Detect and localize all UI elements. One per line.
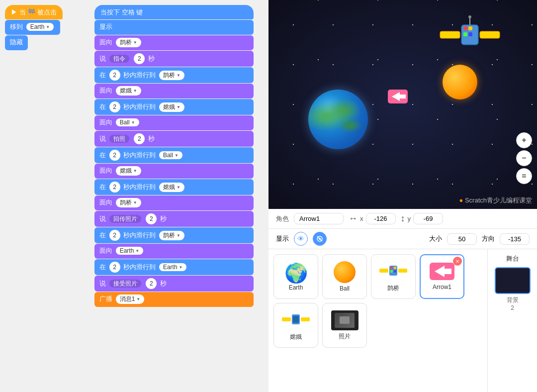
- key-dropdown[interactable]: 空格: [122, 8, 135, 16]
- earth-dropdown2[interactable]: Earth: [116, 247, 144, 255]
- show-label: 显示: [276, 234, 289, 243]
- face-ball-block[interactable]: 面向 Ball: [94, 115, 254, 130]
- glide-change-block1[interactable]: 在 2 秒内滑行到 嫦娥: [94, 99, 254, 115]
- glide-target6[interactable]: Earth: [159, 263, 187, 271]
- glide-suffix2: 秒内滑行到: [123, 103, 156, 110]
- face-change-block2[interactable]: 面向 嫦娥: [94, 164, 254, 179]
- glide-qiaoqiao-block2[interactable]: 在 2 秒内滑行到 鹊桥: [94, 227, 254, 243]
- arrow1-sprite-icon: [430, 263, 454, 282]
- hat-label: 当 🏁 被点击: [19, 8, 57, 16]
- move-to-block[interactable]: 移到 Earth: [5, 20, 60, 35]
- say-num4: 2: [146, 278, 157, 289]
- say-num3: 2: [146, 213, 157, 224]
- glide-target4[interactable]: 嫦娥: [159, 183, 184, 192]
- sprite-card-ball[interactable]: Ball: [322, 254, 367, 299]
- svg-rect-24: [301, 317, 310, 321]
- qiaoqiao-dropdown2[interactable]: 鹊桥: [116, 198, 141, 207]
- ball-dropdown1[interactable]: Ball: [116, 118, 139, 126]
- zoom-in-btn[interactable]: +: [516, 132, 532, 148]
- say-command-block[interactable]: 说 指令 2 秒: [94, 51, 254, 67]
- glide-target5[interactable]: 鹊桥: [159, 231, 184, 240]
- glide-num5: 2: [109, 230, 120, 241]
- zoom-reset-btn[interactable]: =: [516, 168, 532, 184]
- sprite-list-area: 🌍 Earth Ball: [268, 249, 537, 392]
- y-label: y: [408, 215, 411, 222]
- svg-rect-23: [282, 317, 291, 321]
- svg-rect-19: [390, 270, 393, 273]
- glide-ball-block[interactable]: 在 2 秒内滑行到 Ball: [94, 147, 254, 163]
- x-label: x: [360, 215, 363, 222]
- svg-rect-15: [398, 269, 407, 273]
- size-input[interactable]: [447, 233, 477, 245]
- ball-sprite-stage: [443, 65, 477, 99]
- say-str3: 回传照片: [109, 215, 141, 223]
- col2-blocks: 当按下 空格 键 显示 面向 鹊桥 说 指令 2 秒 在: [90, 5, 254, 307]
- x-input[interactable]: [366, 213, 396, 224]
- zoom-out-btn[interactable]: −: [516, 150, 532, 166]
- say-receivephoto-block[interactable]: 说 接受照片 2 秒: [94, 276, 254, 292]
- in-label3: 在: [99, 151, 106, 159]
- glide-earth-block[interactable]: 在 2 秒内滑行到 Earth: [94, 259, 254, 275]
- green-flag-hat[interactable]: ▶ 当 🏁 被点击: [5, 5, 63, 19]
- say-unit1: 秒: [148, 55, 155, 62]
- change-dropdown2[interactable]: 嫦娥: [116, 166, 141, 176]
- sprite-card-change[interactable]: 嫦娥: [273, 303, 318, 348]
- say-sendphoto-block[interactable]: 说 回传照片 2 秒: [94, 211, 254, 227]
- say-photo-block[interactable]: 说 拍照 2 秒: [94, 131, 254, 147]
- svg-point-8: [468, 15, 471, 18]
- arrow1-sprite-stage: [388, 90, 408, 105]
- face-label2: 面向: [99, 87, 112, 94]
- y-input[interactable]: [413, 213, 443, 224]
- glide-suffix6: 秒内滑行到: [123, 263, 156, 271]
- face-earth-block[interactable]: 面向 Earth: [94, 244, 254, 259]
- face-change-block1[interactable]: 面向 嫦娥: [94, 84, 254, 98]
- glide-change-block2[interactable]: 在 2 秒内滑行到 嫦娥: [94, 179, 254, 195]
- direction-label: 方向: [482, 234, 495, 243]
- y-coord-group: ↕ y: [401, 213, 444, 224]
- broadcast-block[interactable]: 广播 消息1: [94, 292, 254, 307]
- arrow1-close-btn[interactable]: ✕: [453, 257, 462, 266]
- face-qiaoqiao-block2[interactable]: 面向 鹊桥: [94, 196, 254, 210]
- svg-rect-0: [440, 31, 460, 38]
- change-sprite-name: 嫦娥: [290, 333, 302, 341]
- move-label: 移到: [10, 23, 23, 30]
- face-qiaoqiao-block[interactable]: 面向 鹊桥: [94, 35, 254, 50]
- key-suffix: 键: [136, 8, 143, 16]
- ball-sprite-name: Ball: [340, 285, 350, 292]
- qiaoqiao-sprite-name: 鹊桥: [387, 284, 399, 293]
- sprite-name-input[interactable]: [294, 213, 344, 224]
- photo-sprite-name: 照片: [339, 332, 351, 341]
- svg-rect-26: [293, 316, 299, 323]
- sprite-card-arrow1[interactable]: ✕ Arrow1: [420, 254, 464, 299]
- face-label5: 面向: [99, 198, 112, 206]
- change-dropdown1[interactable]: 嫦娥: [116, 86, 141, 96]
- sprite-card-photo[interactable]: 照片: [322, 303, 367, 348]
- show-block[interactable]: 显示: [94, 20, 254, 35]
- say-num1: 2: [134, 53, 145, 64]
- hide-block[interactable]: 隐藏: [5, 35, 28, 50]
- say-unit2: 秒: [148, 135, 155, 142]
- glide-qiaoqiao-block1[interactable]: 在 2 秒内滑行到 鹊桥: [94, 67, 254, 83]
- earth-sprite-icon: 🌍: [284, 262, 308, 284]
- in-label5: 在: [99, 231, 106, 239]
- sprite-card-earth[interactable]: 🌍 Earth: [273, 254, 318, 299]
- svg-rect-6: [468, 32, 472, 36]
- svg-rect-1: [480, 31, 500, 38]
- say-label4: 说: [99, 280, 106, 287]
- sprite-card-qiaoqiao[interactable]: 鹊桥: [371, 254, 416, 299]
- eye-hide-btn[interactable]: [313, 232, 327, 246]
- stage-thumbnail[interactable]: [495, 267, 531, 294]
- say-str4: 接受照片: [109, 280, 141, 288]
- glide-target3[interactable]: Ball: [159, 151, 182, 159]
- x-coord-group: ↔ x: [349, 213, 396, 224]
- say-unit4: 秒: [160, 280, 167, 287]
- glide-target1[interactable]: 鹊桥: [159, 71, 184, 80]
- eye-show-btn[interactable]: 👁: [294, 232, 308, 246]
- space-key-hat[interactable]: 当按下 空格 键: [94, 5, 254, 19]
- earth-dropdown[interactable]: Earth: [26, 23, 54, 31]
- message-dropdown[interactable]: 消息1: [116, 294, 145, 304]
- qiaoqiao-dropdown1[interactable]: 鹊桥: [116, 38, 141, 47]
- right-panel: ● Scratch青少儿编程课堂 + − = 角色 ↔ x ↕ y 显示 👁: [268, 0, 537, 392]
- direction-input[interactable]: [500, 233, 530, 245]
- glide-target2[interactable]: 嫦娥: [159, 102, 184, 112]
